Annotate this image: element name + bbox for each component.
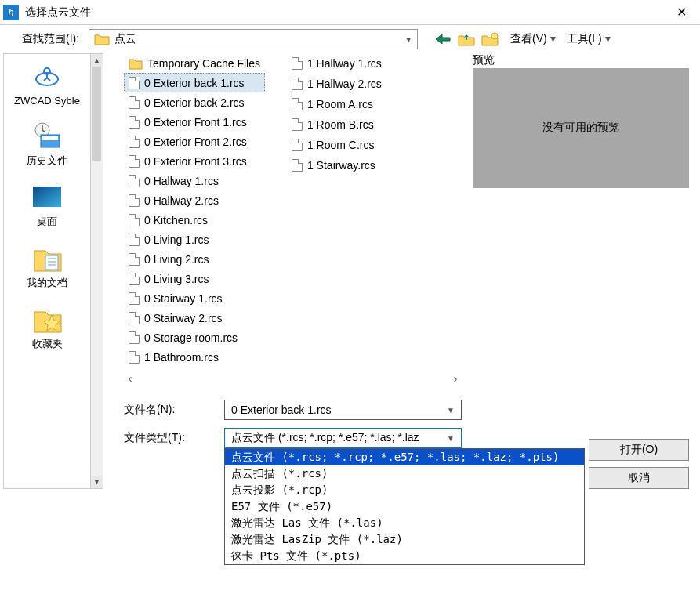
file-icon xyxy=(129,234,140,246)
file-icon xyxy=(292,139,303,151)
file-item[interactable]: 0 Storage room.rcs xyxy=(124,328,265,347)
filetype-select[interactable]: 点云文件 (*.rcs; *.rcp; *.e57; *.las; *.laz … xyxy=(224,428,462,448)
file-icon xyxy=(129,331,140,344)
filetype-label: 文件类型(T): xyxy=(124,431,210,445)
filetype-option[interactable]: 点云扫描 (*.rcs) xyxy=(225,465,584,482)
file-item[interactable]: 0 Exterior Front 2.rcs xyxy=(124,132,265,151)
file-icon xyxy=(129,273,140,285)
file-icon xyxy=(129,136,140,148)
file-icon xyxy=(129,253,140,266)
file-item[interactable]: 0 Exterior back 1.rcs xyxy=(124,73,265,92)
scope-label: 查找范围(I): xyxy=(22,32,79,46)
file-icon xyxy=(129,234,140,246)
cloud-app-icon xyxy=(30,62,64,92)
file-icon xyxy=(129,292,140,305)
file-item[interactable]: 1 Room A.rcs xyxy=(287,94,386,114)
file-list: Temporary Cache Files0 Exterior back 1.r… xyxy=(124,53,462,386)
path-combo[interactable]: 点云 ▼ xyxy=(89,29,418,49)
file-item[interactable]: 0 Hallway 1.rcs xyxy=(124,171,265,190)
cancel-button[interactable]: 取消 xyxy=(589,467,689,489)
file-item[interactable]: 1 Room C.rcs xyxy=(287,135,386,155)
file-icon xyxy=(129,312,140,324)
filetype-option[interactable]: 激光雷达 LasZip 文件 (*.laz) xyxy=(225,531,584,548)
file-icon xyxy=(129,312,140,324)
filetype-dropdown: 点云文件 (*.rcs; *.rcp; *.e57; *.las; *.laz;… xyxy=(224,448,585,565)
file-icon xyxy=(129,77,140,89)
place-documents[interactable]: 我的文档 xyxy=(4,240,90,293)
place-history[interactable]: 历史文件 xyxy=(4,118,90,171)
filetype-option[interactable]: 点云文件 (*.rcs; *.rcp; *.e57; *.las; *.laz;… xyxy=(225,449,584,465)
svg-point-0 xyxy=(491,33,498,39)
place-cloud-app[interactable]: ZWCAD Syble xyxy=(4,59,90,110)
horizontal-scrollbar[interactable]: ‹ › xyxy=(124,371,462,386)
file-icon xyxy=(292,78,303,90)
scroll-up-icon[interactable]: ▲ xyxy=(91,54,103,67)
close-button[interactable]: ✕ xyxy=(666,5,697,20)
file-item[interactable]: 1 Room B.rcs xyxy=(287,114,386,135)
file-item[interactable]: 1 Bathroom.rcs xyxy=(124,347,265,367)
preview-panel: 没有可用的预览 xyxy=(473,68,689,188)
file-icon xyxy=(129,351,140,364)
filetype-option[interactable]: 点云投影 (*.rcp) xyxy=(225,482,584,498)
filetype-option[interactable]: 徕卡 Pts 文件 (*.pts) xyxy=(225,548,584,564)
file-icon xyxy=(129,136,140,148)
file-item[interactable]: Temporary Cache Files xyxy=(124,53,265,73)
file-icon xyxy=(129,292,140,305)
file-icon xyxy=(129,273,140,285)
file-icon xyxy=(129,155,140,168)
place-favorites[interactable]: 收藏夹 xyxy=(4,301,90,354)
scroll-right-icon[interactable]: › xyxy=(449,372,462,385)
file-icon xyxy=(129,351,140,364)
app-icon: h xyxy=(3,5,19,20)
filetype-option[interactable]: 激光雷达 Las 文件 (*.las) xyxy=(225,515,584,531)
file-icon xyxy=(129,194,140,207)
back-button[interactable] xyxy=(433,31,452,48)
file-item[interactable]: 0 Exterior back 2.rcs xyxy=(124,92,265,112)
documents-icon xyxy=(30,243,64,273)
scroll-thumb[interactable] xyxy=(92,67,101,161)
filename-input[interactable]: 0 Exterior back 1.rcs ▼ xyxy=(224,400,462,420)
history-icon xyxy=(30,121,64,150)
file-icon xyxy=(292,78,303,90)
file-item[interactable]: 0 Stairway 2.rcs xyxy=(124,308,265,328)
folder-icon xyxy=(94,33,110,45)
svg-rect-7 xyxy=(45,255,58,270)
file-item[interactable]: 0 Kitchen.rcs xyxy=(124,210,265,230)
window-title: 选择点云文件 xyxy=(25,5,666,20)
file-item[interactable]: 0 Exterior Front 1.rcs xyxy=(124,112,265,132)
file-item[interactable]: 0 Exterior Front 3.rcs xyxy=(124,151,265,171)
file-icon xyxy=(129,253,140,266)
file-icon xyxy=(129,155,140,168)
file-icon xyxy=(129,116,140,129)
svg-rect-5 xyxy=(42,136,58,140)
file-item[interactable]: 1 Hallway 2.rcs xyxy=(287,74,386,94)
tools-menu[interactable]: 工具(L) ▾ xyxy=(567,32,611,46)
file-icon xyxy=(129,77,140,89)
view-menu[interactable]: 查看(V) ▾ xyxy=(510,32,556,46)
file-item[interactable]: 0 Hallway 2.rcs xyxy=(124,190,265,210)
file-icon xyxy=(292,118,303,131)
file-item[interactable]: 0 Stairway 1.rcs xyxy=(124,288,265,308)
file-icon xyxy=(292,118,303,131)
scroll-left-icon[interactable]: ‹ xyxy=(124,372,136,385)
file-item[interactable]: 0 Living 1.rcs xyxy=(124,230,265,249)
scroll-down-icon[interactable]: ▼ xyxy=(91,476,103,488)
file-item[interactable]: 1 Hallway 1.rcs xyxy=(287,53,386,74)
file-icon xyxy=(129,175,140,187)
svg-rect-6 xyxy=(33,187,61,207)
new-folder-button[interactable] xyxy=(481,31,499,48)
chevron-down-icon: ▼ xyxy=(447,434,455,443)
file-icon xyxy=(129,214,140,226)
file-item[interactable]: 0 Living 2.rcs xyxy=(124,249,265,269)
filetype-option[interactable]: E57 文件 (*.e57) xyxy=(225,498,584,515)
open-button[interactable]: 打开(O) xyxy=(589,439,689,461)
file-item[interactable]: 1 Stairway.rcs xyxy=(287,155,386,176)
file-icon xyxy=(292,139,303,151)
up-folder-button[interactable] xyxy=(457,31,476,48)
sidebar-scrollbar[interactable]: ▲ ▼ xyxy=(91,53,103,489)
place-desktop[interactable]: 桌面 xyxy=(4,179,90,232)
file-icon xyxy=(292,98,303,110)
file-item[interactable]: 0 Living 3.rcs xyxy=(124,269,265,288)
file-icon xyxy=(292,57,303,70)
file-icon xyxy=(292,159,303,172)
